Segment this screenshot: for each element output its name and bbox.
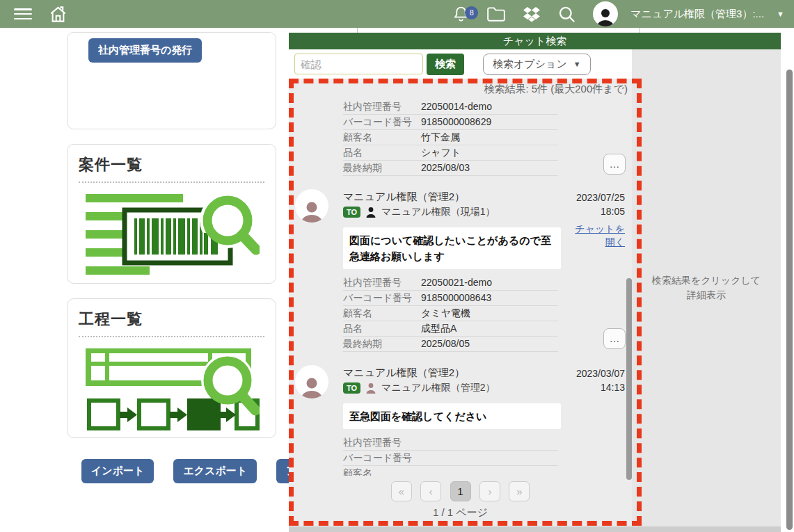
- app-bar: 8 マニュアル権限（管理3）:...: [0, 0, 794, 28]
- recipient-name: マニュアル権限（管理2）: [381, 382, 495, 394]
- pagination-page-button[interactable]: 1: [450, 481, 471, 501]
- recipient-person-icon: [365, 382, 376, 394]
- open-chat-link[interactable]: チャットを開く: [568, 223, 625, 249]
- search-icon[interactable]: [557, 5, 576, 24]
- pagination-next-button[interactable]: ›: [479, 481, 500, 501]
- issue-number-button[interactable]: 社内管理番号の発行: [88, 38, 202, 63]
- results-column: 検索 検索オプション ▼ 検索結果: 5件 (最大200件まで) 社内管理番号2…: [289, 49, 632, 526]
- search-input[interactable]: [294, 54, 423, 74]
- field-row: 顧客名: [343, 466, 558, 476]
- pagination: « ‹ 1 › » 1 / 1 ページ: [289, 476, 632, 526]
- issue-number-card: 社内管理番号の発行: [67, 32, 276, 129]
- message-date: 2023/03/07: [576, 366, 625, 380]
- chat-result-item[interactable]: マニュアル権限（管理2） TO マニュアル権限（管理2） 2023/03/07: [289, 364, 632, 476]
- results-area: 検索結果: 5件 (最大200件まで) 社内管理番号22050014-demo …: [289, 79, 632, 526]
- home-icon[interactable]: [49, 5, 68, 24]
- pagination-first-button[interactable]: «: [391, 481, 412, 501]
- field-row: 最終納期2025/08/03: [343, 161, 558, 176]
- search-options-button[interactable]: 検索オプション ▼: [483, 54, 591, 75]
- field-row: 社内管理番号22050021-demo: [343, 275, 558, 291]
- dropbox-icon[interactable]: [523, 6, 541, 22]
- panel-title: チャット検索: [289, 33, 781, 49]
- import-button[interactable]: インポート: [81, 459, 154, 483]
- recipient-person-icon: [365, 207, 376, 218]
- sender-name: マニュアル権限（管理2）: [343, 190, 562, 204]
- results-list: 社内管理番号22050014-demo バーコード番号9185000008629…: [289, 97, 632, 476]
- process-card-title: 工程一覧: [79, 309, 264, 330]
- pagination-prev-button[interactable]: ‹: [420, 481, 441, 501]
- field-row: バーコード番号: [343, 451, 558, 466]
- sender-name: マニュアル権限（管理2）: [343, 366, 562, 380]
- sidebar-actions: インポート エクスポート アクセスロ: [81, 459, 276, 483]
- chevron-down-icon: ▼: [573, 60, 581, 68]
- chat-result-item[interactable]: 社内管理番号22050014-demo バーコード番号9185000008629…: [289, 97, 632, 188]
- more-button[interactable]: …: [603, 154, 626, 175]
- notification-badge: 8: [465, 6, 478, 19]
- results-scrollbar[interactable]: [626, 278, 632, 480]
- chevron-down-icon: ▼: [777, 10, 784, 18]
- message-text: 至急図面を確認してください: [343, 403, 561, 429]
- window-scrollbar[interactable]: [786, 70, 793, 530]
- search-button[interactable]: 検索: [427, 54, 464, 75]
- result-summary: 検索結果: 5件 (最大200件まで): [289, 79, 632, 97]
- details-hint: 検索結果をクリックして 詳細表示: [652, 273, 761, 303]
- message-time: 18:05: [576, 204, 625, 218]
- user-avatar: [593, 1, 618, 26]
- sidebar: 社内管理番号の発行 案件一覧 工程一: [67, 32, 276, 483]
- avatar: [295, 365, 328, 398]
- background-table-divider: [639, 28, 640, 33]
- field-row: 顧客名竹下金属: [343, 130, 558, 145]
- message-text: 図面について確認したいことがあるので至急連絡お願いします: [343, 227, 561, 269]
- folder-icon[interactable]: [486, 6, 506, 22]
- avatar: [295, 189, 328, 223]
- user-label: マニュアル権限（管理3）:...: [630, 8, 764, 21]
- process-flow-illustration: [84, 344, 260, 436]
- account-menu[interactable]: マニュアル権限（管理3）:... ▼: [593, 1, 784, 26]
- details-panel: 検索結果をクリックして 詳細表示: [632, 49, 781, 526]
- background-table-divider: [357, 28, 358, 33]
- field-row: 最終納期2025/08/05: [343, 337, 558, 352]
- search-bar: 検索 検索オプション ▼: [289, 49, 632, 79]
- message-time: 14:13: [576, 380, 625, 394]
- menu-icon[interactable]: [14, 8, 32, 19]
- field-row: 社内管理番号: [343, 435, 558, 451]
- field-row: バーコード番号9185000008629: [343, 115, 558, 130]
- cases-card-title: 案件一覧: [79, 154, 264, 175]
- barcode-search-illustration: [84, 190, 260, 277]
- search-options-label: 検索オプション: [493, 58, 567, 71]
- more-button[interactable]: …: [603, 328, 626, 349]
- field-row: 顧客名タミヤ電機: [343, 306, 558, 321]
- chat-result-item[interactable]: マニュアル権限（管理2） TO マニュアル権限（現場1） 2023/07/25: [289, 188, 632, 364]
- field-row: 品名成型品A: [343, 321, 558, 337]
- sidebar-item-cases[interactable]: 案件一覧: [67, 144, 276, 284]
- horizontal-scrollbar-track: [289, 526, 781, 532]
- pagination-last-button[interactable]: »: [509, 481, 530, 501]
- sidebar-item-process[interactable]: 工程一覧: [67, 298, 276, 438]
- page-indicator: 1 / 1 ページ: [289, 506, 632, 519]
- export-button[interactable]: エクスポート: [173, 459, 257, 483]
- to-badge: TO: [343, 382, 360, 394]
- message-date: 2023/07/25: [576, 191, 625, 204]
- recipient-name: マニュアル権限（現場1）: [381, 206, 495, 218]
- notifications-bell-icon[interactable]: 8: [452, 5, 470, 23]
- chat-search-panel: チャット検索 検索 検索オプション ▼ 検索結果: 5件 (最大200件まで) …: [289, 33, 781, 526]
- field-row: 社内管理番号22050014-demo: [343, 99, 558, 115]
- to-badge: TO: [343, 207, 360, 218]
- field-row: バーコード番号9185000008643: [343, 291, 558, 306]
- field-row: 品名シャフト: [343, 145, 558, 161]
